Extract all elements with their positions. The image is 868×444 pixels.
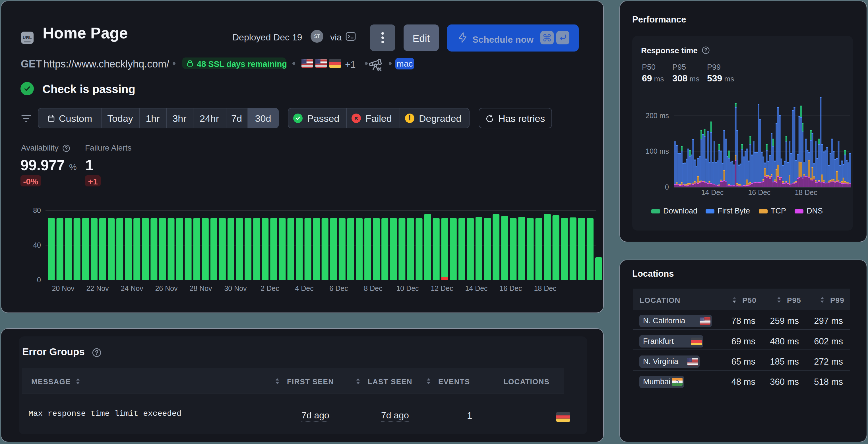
svg-text:0: 0 (37, 276, 41, 284)
svg-text:20 Nov: 20 Nov (52, 284, 74, 292)
svg-text:18 Dec: 18 Dec (795, 188, 817, 197)
svg-text:12 Dec: 12 Dec (431, 284, 453, 292)
svg-text:14 Dec: 14 Dec (701, 188, 723, 197)
svg-text:8 Dec: 8 Dec (364, 284, 382, 292)
svg-text:6 Dec: 6 Dec (329, 284, 348, 292)
svg-text:200 ms: 200 ms (646, 112, 669, 120)
svg-text:26 Nov: 26 Nov (155, 284, 178, 292)
svg-text:100 ms: 100 ms (646, 147, 669, 155)
svg-text:2 Dec: 2 Dec (260, 284, 279, 292)
svg-text:16 Dec: 16 Dec (748, 188, 770, 197)
svg-text:16 Dec: 16 Dec (499, 284, 522, 292)
svg-text:18 Dec: 18 Dec (534, 284, 556, 292)
svg-text:28 Nov: 28 Nov (189, 284, 212, 292)
svg-text:4 Dec: 4 Dec (295, 284, 313, 292)
svg-text:0: 0 (665, 183, 669, 191)
svg-text:22 Nov: 22 Nov (86, 284, 109, 292)
svg-text:10 Dec: 10 Dec (396, 284, 418, 292)
svg-text:40: 40 (33, 241, 41, 249)
svg-text:80: 80 (33, 206, 41, 214)
svg-text:24 Nov: 24 Nov (121, 284, 143, 292)
svg-text:30 Nov: 30 Nov (224, 284, 247, 292)
svg-text:14 Dec: 14 Dec (465, 284, 488, 292)
